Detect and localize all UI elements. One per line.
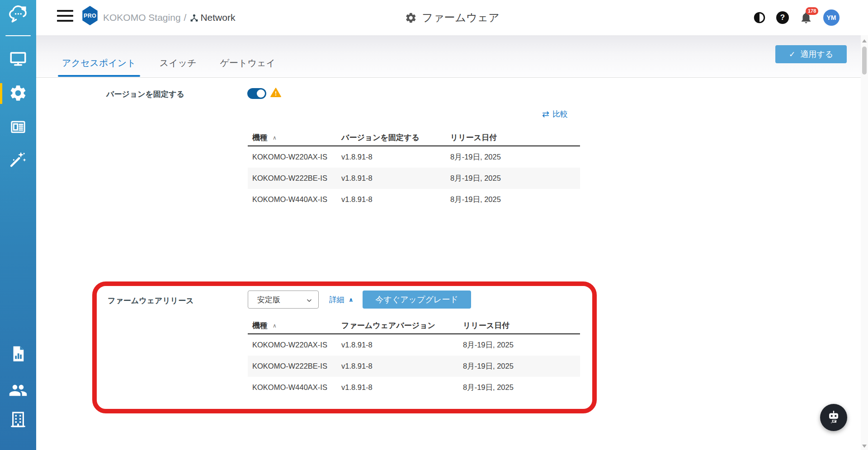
scrollbar-thumb[interactable] (862, 47, 867, 75)
firmware-gear-icon (405, 12, 417, 24)
sort-asc-icon[interactable]: ∧ (273, 323, 277, 329)
notification-count-badge: 178 (806, 7, 818, 15)
report-document-icon[interactable] (9, 344, 28, 365)
firmware-release-table: 機種 ∧ ファームウェアバージョン リリース日付 KOKOMO-W220AX-I… (248, 318, 580, 398)
settings-gear-icon[interactable] (9, 84, 28, 104)
page-title-label: ファームウェア (422, 10, 499, 25)
contrast-toggle-icon[interactable] (753, 11, 766, 24)
breadcrumb-org[interactable]: KOKOMO Staging (103, 12, 181, 23)
breadcrumb-section[interactable]: Network (189, 12, 235, 23)
user-avatar[interactable]: YM (823, 9, 840, 26)
page-title: ファームウェア (405, 0, 499, 35)
app-root: PRO KOKOMO Staging / Network ファームウェア (0, 0, 868, 450)
notifications-bell-icon[interactable]: 178 (799, 11, 813, 24)
column-model[interactable]: 機種 (252, 320, 268, 331)
sidebar-divider (5, 35, 31, 36)
chevron-up-icon: ∧ (349, 296, 354, 303)
column-release-date[interactable]: リリース日付 (450, 132, 580, 143)
table-row: KOKOMO-W440AX-IS v1.8.91-8 8月-19日, 2025 (248, 189, 580, 210)
compare-arrows-icon: ⇄ (542, 109, 549, 119)
table-row: KOKOMO-W220AX-IS v1.8.91-8 8月-19日, 2025 (248, 146, 580, 168)
column-version[interactable]: バージョンを固定する (341, 132, 450, 143)
table-row: KOKOMO-W220AX-IS v1.8.91-8 8月-19日, 2025 (248, 334, 580, 356)
column-release-date[interactable]: リリース日付 (463, 320, 580, 331)
pro-badge: PRO (81, 6, 99, 25)
check-icon: ✓ (789, 50, 795, 59)
hamburger-menu-icon[interactable] (57, 10, 73, 24)
pin-version-label: バージョンを固定する (106, 89, 184, 99)
sidebar-active-indicator (0, 83, 2, 104)
release-channel-select[interactable]: 安定版 (248, 291, 319, 309)
organization-building-icon[interactable] (9, 410, 28, 431)
pin-version-toggle[interactable] (247, 88, 266, 99)
monitor-icon[interactable] (9, 49, 28, 70)
sort-asc-icon[interactable]: ∧ (273, 135, 277, 141)
firmware-release-label: ファームウェアリリース (108, 295, 194, 306)
breadcrumb-separator: / (184, 12, 187, 23)
upgrade-now-button[interactable]: 今すぐアップグレード (363, 291, 471, 309)
tab-switches[interactable]: スイッチ (159, 57, 198, 69)
cloud-chat-icon[interactable] (7, 4, 29, 27)
users-icon[interactable] (9, 381, 28, 402)
network-icon (189, 13, 199, 23)
warning-icon (270, 87, 282, 100)
compare-link[interactable]: ⇄ 比較 (542, 109, 568, 119)
table-header-row: 機種 ∧ バージョンを固定する リリース日付 (248, 130, 580, 146)
column-firmware-version[interactable]: ファームウェアバージョン (341, 320, 463, 331)
scrollbar-down-arrow[interactable] (862, 445, 867, 448)
table-row: KOKOMO-W222BE-IS v1.8.91-8 8月-19日, 2025 (248, 356, 580, 377)
table-row: KOKOMO-W222BE-IS v1.8.91-8 8月-19日, 2025 (248, 168, 580, 189)
tab-access-points[interactable]: アクセスポイント (61, 57, 137, 69)
chevron-down-icon (306, 297, 312, 306)
news-reader-icon[interactable] (9, 118, 27, 138)
sidebar (0, 0, 36, 450)
pinned-version-table: 機種 ∧ バージョンを固定する リリース日付 KOKOMO-W220AX-IS … (248, 130, 580, 210)
table-row: KOKOMO-W440AX-IS v1.8.91-8 8月-19日, 2025 (248, 377, 580, 398)
magic-wand-icon[interactable] (9, 150, 28, 171)
apply-button[interactable]: ✓ 適用する (775, 45, 847, 63)
tab-gateways[interactable]: ゲートウェイ (219, 57, 276, 69)
scrollbar-up-arrow[interactable] (862, 39, 867, 42)
robot-icon (826, 410, 841, 425)
header-actions: ? 178 YM (753, 0, 840, 35)
column-model[interactable]: 機種 (252, 132, 268, 143)
release-channel-value: 安定版 (257, 295, 280, 305)
assistant-robot-button[interactable] (820, 404, 847, 431)
help-icon[interactable]: ? (776, 11, 789, 24)
details-link[interactable]: 詳細 ∧ (329, 295, 354, 305)
tab-bar: アクセスポイント スイッチ ゲートウェイ ✓ 適用する (36, 35, 868, 78)
top-header: PRO KOKOMO Staging / Network ファームウェア (36, 0, 868, 35)
vertical-scrollbar (861, 35, 868, 450)
table-header-row: 機種 ∧ ファームウェアバージョン リリース日付 (248, 318, 580, 334)
breadcrumb-section-label: Network (200, 12, 235, 23)
breadcrumb: KOKOMO Staging / Network (103, 0, 235, 35)
